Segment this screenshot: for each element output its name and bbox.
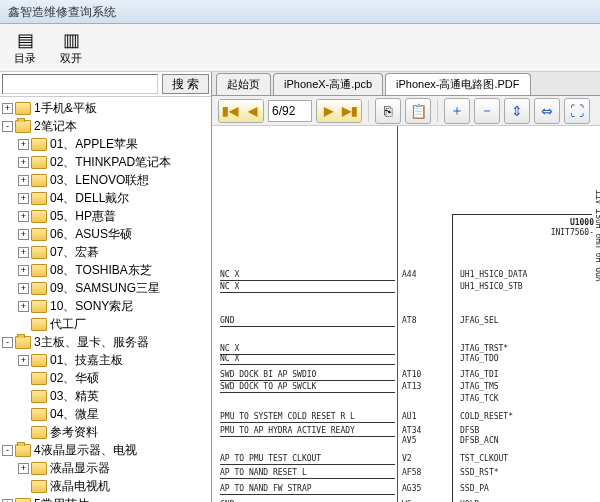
tree-item[interactable]: +03、LENOVO联想: [0, 171, 211, 189]
tree-item[interactable]: 参考资料: [0, 423, 211, 441]
folder-icon: [15, 102, 31, 115]
tree-item[interactable]: +02、THINKPAD笔记本: [0, 153, 211, 171]
document-tab[interactable]: 起始页: [216, 73, 271, 95]
tree-item[interactable]: 液晶电视机: [0, 477, 211, 495]
dual-open-button[interactable]: ▥ 双开: [54, 27, 88, 68]
tree-item-label: 06、ASUS华硕: [50, 225, 132, 243]
expand-toggle[interactable]: -: [2, 337, 13, 348]
tree-item[interactable]: +01、技嘉主板: [0, 351, 211, 369]
tree-item[interactable]: +液晶显示器: [0, 459, 211, 477]
page-nav-2: ▶ ▶▮: [316, 99, 362, 123]
tree-item[interactable]: 代工厂: [0, 315, 211, 333]
net-name: UH1_HSIC0_STB: [460, 282, 523, 291]
copy-button[interactable]: ⎘: [375, 98, 401, 124]
tree-item[interactable]: +09、SAMSUNG三星: [0, 279, 211, 297]
tree-item[interactable]: +04、DELL戴尔: [0, 189, 211, 207]
tree-item[interactable]: 04、微星: [0, 405, 211, 423]
document-view[interactable]: VDD_H0 UH0_HOST_ATT U1000 INIT7560- NC X…: [212, 126, 600, 502]
expand-toggle[interactable]: +: [18, 175, 29, 186]
separator: [368, 100, 369, 122]
net-signal: GND: [220, 316, 234, 325]
tree-item[interactable]: +10、SONY索尼: [0, 297, 211, 315]
folder-icon: [31, 372, 47, 385]
expand-toggle[interactable]: +: [18, 301, 29, 312]
folder-icon: [31, 210, 47, 223]
schematic-line: [452, 214, 592, 215]
page-nav: ▮◀ ◀: [218, 99, 264, 123]
expand-toggle[interactable]: +: [18, 211, 29, 222]
next-page-button[interactable]: ▶: [317, 100, 339, 122]
tree-item[interactable]: +07、宏碁: [0, 243, 211, 261]
expand-toggle[interactable]: +: [18, 265, 29, 276]
folder-icon: [31, 426, 47, 439]
tree-item-label: 03、精英: [50, 387, 99, 405]
catalog-button[interactable]: ▤ 目录: [8, 27, 42, 68]
document-tab[interactable]: iPhoneX-高通.pcb: [273, 73, 383, 95]
tree-item-label: 液晶电视机: [50, 477, 110, 495]
expand-toggle[interactable]: +: [18, 355, 29, 366]
tree-item[interactable]: -2笔记本: [0, 117, 211, 135]
net-signal: AP TO PMU TEST CLKOUT: [220, 454, 321, 463]
prev-page-button[interactable]: ◀: [241, 100, 263, 122]
folder-icon: [15, 444, 31, 457]
tree-item[interactable]: +05、HP惠普: [0, 207, 211, 225]
expand-toggle[interactable]: +: [2, 103, 13, 114]
expand-toggle[interactable]: -: [2, 445, 13, 456]
expand-toggle[interactable]: +: [18, 463, 29, 474]
folder-icon: [31, 480, 47, 493]
tree-item-label: 代工厂: [50, 315, 86, 333]
tree-item-label: 4液晶显示器、电视: [34, 441, 137, 459]
net-name: DFSB_ACN: [460, 436, 499, 445]
zoom-in-button[interactable]: ＋: [444, 98, 470, 124]
net-label: VDD_H0 UH0_HOST_ATT: [596, 190, 600, 282]
page-input[interactable]: [268, 100, 312, 122]
tree-item[interactable]: +01、APPLE苹果: [0, 135, 211, 153]
tree-item[interactable]: -4液晶显示器、电视: [0, 441, 211, 459]
zoom-out-button[interactable]: －: [474, 98, 500, 124]
tree-item[interactable]: 02、华硕: [0, 369, 211, 387]
expand-toggle[interactable]: +: [18, 157, 29, 168]
first-page-button[interactable]: ▮◀: [219, 100, 241, 122]
expand-toggle[interactable]: +: [18, 283, 29, 294]
fit-width-button[interactable]: ⇔: [534, 98, 560, 124]
tree-item[interactable]: +06、ASUS华硕: [0, 225, 211, 243]
separator: [437, 100, 438, 122]
expand-toggle[interactable]: +: [2, 499, 13, 503]
expand-toggle[interactable]: -: [2, 121, 13, 132]
tree-item-label: 04、DELL戴尔: [50, 189, 129, 207]
fit-height-button[interactable]: ⇕: [504, 98, 530, 124]
schematic-line: [452, 214, 453, 502]
folder-icon: [15, 336, 31, 349]
net-name: JTAG_TCK: [460, 394, 499, 403]
last-page-button[interactable]: ▶▮: [339, 100, 361, 122]
pin-number: AF58: [402, 468, 421, 477]
catalog-icon: ▤: [17, 29, 34, 51]
tree-item[interactable]: 03、精英: [0, 387, 211, 405]
tree-item[interactable]: -3主板、显卡、服务器: [0, 333, 211, 351]
net-name: JTAG_TRST*: [460, 344, 508, 353]
search-input[interactable]: [2, 74, 158, 94]
expand-toggle[interactable]: +: [18, 247, 29, 258]
folder-icon: [31, 228, 47, 241]
net-name: SSD_PA: [460, 484, 489, 493]
right-panel: 起始页iPhoneX-高通.pcbiPhonex-高通电路图.PDF ▮◀ ◀ …: [212, 72, 600, 502]
folder-icon: [31, 390, 47, 403]
tree-item-label: 参考资料: [50, 423, 98, 441]
tree-item[interactable]: +1手机&平板: [0, 99, 211, 117]
tree-item-label: 10、SONY索尼: [50, 297, 133, 315]
document-tab[interactable]: iPhonex-高通电路图.PDF: [385, 73, 530, 95]
search-button[interactable]: 搜 索: [162, 74, 209, 94]
net-name: UH1_HSIC0_DATA: [460, 270, 527, 279]
tree-item[interactable]: +5常用芯片: [0, 495, 211, 502]
folder-icon: [31, 246, 47, 259]
expand-toggle[interactable]: +: [18, 193, 29, 204]
catalog-label: 目录: [14, 51, 36, 66]
fit-page-button[interactable]: ⛶: [564, 98, 590, 124]
window-title: 鑫智造维修查询系统: [0, 0, 600, 24]
expand-toggle[interactable]: +: [18, 139, 29, 150]
tree-item-label: 04、微星: [50, 405, 99, 423]
expand-toggle[interactable]: +: [18, 229, 29, 240]
tree-view[interactable]: +1手机&平板-2笔记本+01、APPLE苹果+02、THINKPAD笔记本+0…: [0, 97, 211, 502]
paste-button[interactable]: 📋: [405, 98, 431, 124]
tree-item[interactable]: +08、TOSHIBA东芝: [0, 261, 211, 279]
